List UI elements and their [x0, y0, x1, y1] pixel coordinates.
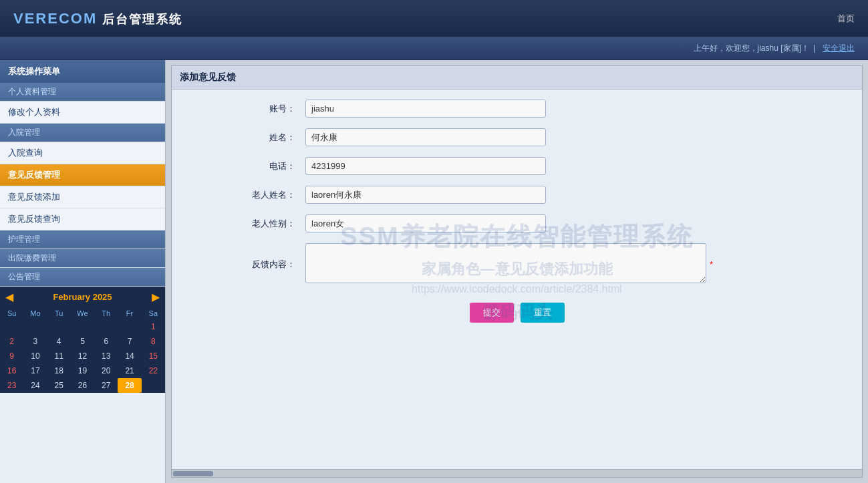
- form-title: 添加意见反馈: [172, 66, 862, 90]
- sidebar-item-personal-mgmt[interactable]: 个人资料管理: [0, 83, 165, 102]
- account-input[interactable]: [305, 100, 546, 118]
- cal-prev-button[interactable]: ◀: [5, 291, 13, 303]
- cal-tue: Tu: [47, 307, 71, 319]
- cal-day-cell[interactable]: 18: [47, 363, 71, 378]
- scroll-thumb[interactable]: [173, 471, 213, 476]
- form-row-account: 账号：: [185, 100, 849, 118]
- sidebar-title: 系统操作菜单: [0, 60, 165, 83]
- label-elder-name: 老人姓名：: [185, 189, 305, 201]
- cal-day-cell: [0, 319, 23, 334]
- input-elder-name-wrapper: [305, 186, 546, 204]
- cal-day-cell[interactable]: 2: [0, 334, 23, 349]
- sidebar-item-admission-mgmt[interactable]: 入院管理: [0, 124, 165, 142]
- elder-gender-input[interactable]: [305, 214, 546, 232]
- cal-day-cell[interactable]: 8: [142, 334, 165, 349]
- cal-day-cell[interactable]: 15: [142, 349, 165, 363]
- form-row-elder-name: 老人姓名：: [185, 186, 849, 204]
- sidebar-item-feedback-query[interactable]: 意见反馈查询: [0, 208, 165, 230]
- sidebar-item-edit-profile[interactable]: 修改个人资料: [0, 102, 165, 124]
- cal-day-cell: [118, 319, 141, 334]
- cal-day-cell[interactable]: 4: [47, 334, 71, 349]
- cal-month-label: February 2025: [53, 292, 112, 302]
- cal-day-cell[interactable]: 13: [94, 349, 118, 363]
- required-star: *: [710, 259, 713, 269]
- cal-mon: Mo: [23, 307, 47, 319]
- app-root: VERECOM 后台管理系统 首页 上午好，欢迎您，jiashu [家属]！ |…: [0, 0, 868, 483]
- sidebar-item-discharge-mgmt[interactable]: 出院缴费管理: [0, 249, 165, 268]
- topbar-sep: |: [813, 43, 815, 53]
- cal-day-cell[interactable]: 27: [94, 378, 118, 393]
- cal-sat: Sa: [142, 307, 165, 319]
- header: VERECOM 后台管理系统 首页: [0, 0, 868, 37]
- cal-day-cell[interactable]: 28: [118, 378, 141, 393]
- label-feedback: 反馈内容：: [185, 259, 305, 271]
- form-actions: 提交 重置: [185, 296, 849, 336]
- cal-day-cell[interactable]: 16: [0, 363, 23, 378]
- sidebar-item-notice-mgmt[interactable]: 公告管理: [0, 268, 165, 287]
- form-row-feedback: 反馈内容： *: [185, 243, 849, 285]
- cal-day-cell: [142, 378, 165, 393]
- cal-day-cell: [94, 319, 118, 334]
- form-body: 账号： 姓名：: [172, 90, 862, 346]
- logo: VERECOM 后台管理系统: [13, 10, 182, 27]
- cal-day-cell[interactable]: 14: [118, 349, 141, 363]
- cal-day-cell[interactable]: 10: [23, 349, 47, 363]
- cal-day-cell[interactable]: 12: [71, 349, 94, 363]
- sidebar-item-feedback-mgmt[interactable]: 意见反馈管理: [0, 164, 165, 186]
- cal-day-cell[interactable]: 20: [94, 363, 118, 378]
- cal-day-cell[interactable]: 19: [71, 363, 94, 378]
- logo-suffix: 后台管理系统: [102, 13, 182, 26]
- cal-sun: Su: [0, 307, 23, 319]
- cal-fri: Fr: [118, 307, 141, 319]
- name-input[interactable]: [305, 128, 546, 146]
- main-content: SSM养老院在线智能管理系统 家属角色—意见反馈添加功能 https://www…: [166, 60, 868, 483]
- input-elder-gender-wrapper: [305, 214, 546, 232]
- label-elder-gender: 老人性别：: [185, 218, 305, 230]
- calendar: ◀ February 2025 ▶ Su Mo Tu We Th Fr Sa 1…: [0, 287, 165, 393]
- sidebar-item-feedback-add[interactable]: 意见反馈添加: [0, 186, 165, 208]
- label-account: 账号：: [185, 103, 305, 115]
- cal-thu: Th: [94, 307, 118, 319]
- reset-button[interactable]: 重置: [521, 303, 565, 323]
- cal-day-cell[interactable]: 7: [118, 334, 141, 349]
- cal-day-cell[interactable]: 6: [94, 334, 118, 349]
- main-layout: 系统操作菜单 个人资料管理 修改个人资料 入院管理 入院查询 意见反馈管理 意见…: [0, 60, 868, 483]
- home-link[interactable]: 首页: [837, 13, 855, 23]
- cal-day-cell[interactable]: 22: [142, 363, 165, 378]
- horizontal-scrollbar[interactable]: [172, 469, 862, 477]
- cal-day-cell[interactable]: 9: [0, 349, 23, 363]
- input-feedback-wrapper: [305, 243, 706, 285]
- calendar-grid: Su Mo Tu We Th Fr Sa 1234567891011121314…: [0, 307, 165, 393]
- cal-day-cell[interactable]: 17: [23, 363, 47, 378]
- submit-button[interactable]: 提交: [470, 303, 514, 323]
- form-row-name: 姓名：: [185, 128, 849, 146]
- feedback-textarea[interactable]: [305, 243, 706, 283]
- cal-day-cell[interactable]: 3: [23, 334, 47, 349]
- calendar-header: ◀ February 2025 ▶: [0, 287, 165, 307]
- sidebar-item-admission-query[interactable]: 入院查询: [0, 142, 165, 164]
- elder-name-input[interactable]: [305, 186, 546, 204]
- cal-day-cell[interactable]: 1: [142, 319, 165, 334]
- cal-day-cell[interactable]: 5: [71, 334, 94, 349]
- sidebar: 系统操作菜单 个人资料管理 修改个人资料 入院管理 入院查询 意见反馈管理 意见…: [0, 60, 166, 483]
- logo-prefix: VERECOM: [13, 10, 97, 27]
- cal-wed: We: [71, 307, 94, 319]
- input-phone-wrapper: [305, 157, 546, 175]
- form-row-phone: 电话：: [185, 157, 849, 175]
- cal-day-cell[interactable]: 11: [47, 349, 71, 363]
- cal-day-cell[interactable]: 26: [71, 378, 94, 393]
- logout-button[interactable]: 安全退出: [823, 43, 855, 54]
- label-phone: 电话：: [185, 160, 305, 172]
- cal-day-cell[interactable]: 24: [23, 378, 47, 393]
- phone-input[interactable]: [305, 157, 546, 175]
- cal-next-button[interactable]: ▶: [152, 291, 160, 303]
- cal-day-cell: [23, 319, 47, 334]
- cal-day-names: Su Mo Tu We Th Fr Sa: [0, 307, 165, 319]
- cal-day-cell[interactable]: 21: [118, 363, 141, 378]
- content-panel: SSM养老院在线智能管理系统 家属角色—意见反馈添加功能 https://www…: [171, 65, 863, 478]
- input-name-wrapper: [305, 128, 546, 146]
- input-account-wrapper: [305, 100, 546, 118]
- cal-day-cell[interactable]: 23: [0, 378, 23, 393]
- sidebar-item-nursing-mgmt[interactable]: 护理管理: [0, 230, 165, 249]
- cal-day-cell[interactable]: 25: [47, 378, 71, 393]
